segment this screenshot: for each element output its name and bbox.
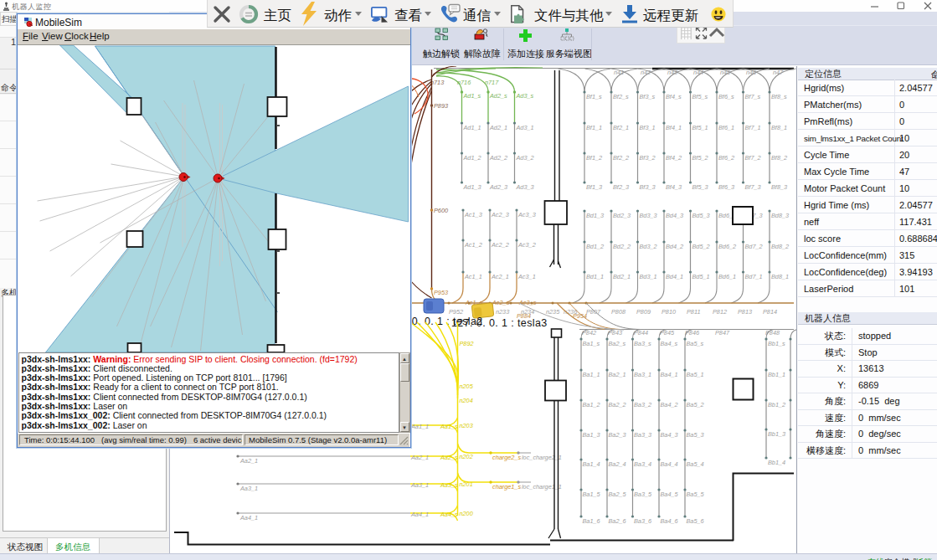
svg-text:Ba4_3: Ba4_3 (661, 431, 678, 439)
svg-text:Bf8_3: Bf8_3 (771, 183, 787, 191)
svg-text:n46: n46 (746, 69, 757, 76)
svg-text:Bf4_3: Bf4_3 (666, 183, 682, 191)
svg-text:Ad3_3: Ad3_3 (516, 183, 534, 191)
svg-text:Bf8_s: Bf8_s (771, 93, 787, 100)
svg-text:Bf7_1: Bf7_1 (745, 124, 761, 131)
svg-text:n205: n205 (460, 383, 474, 390)
svg-text:Ba4_6: Ba4_6 (661, 517, 679, 525)
svg-text:Ba2_4: Ba2_4 (609, 460, 626, 468)
svg-text:Bf6_s: Bf6_s (718, 93, 734, 100)
svg-text:Ba5_2: Ba5_2 (687, 401, 704, 408)
svg-text:Ba3_5: Ba3_5 (634, 491, 652, 498)
svg-text:n202: n202 (460, 453, 473, 460)
svg-text:n233: n233 (496, 308, 509, 316)
svg-text:Ba4_2: Ba4_2 (661, 401, 678, 408)
svg-text:Bf2_1: Bf2_1 (613, 124, 629, 131)
svg-text:Ba5_s: Ba5_s (687, 340, 704, 347)
svg-text:Ba5_1: Ba5_1 (687, 371, 704, 378)
svg-text:Bf1_2: Bf1_2 (586, 154, 602, 162)
svg-text:Bd1_2: Bd1_2 (586, 243, 604, 250)
svg-text:Ba4_s: Ba4_s (661, 340, 678, 347)
svg-text:P844: P844 (634, 329, 648, 337)
svg-text:Bd1_3: Bd1_3 (586, 212, 604, 219)
svg-text:Bd4_2: Bd4_2 (666, 243, 683, 250)
svg-text:Bd7_1: Bd7_1 (745, 273, 763, 280)
svg-text:Ba1_1: Ba1_1 (583, 371, 600, 378)
svg-text:n716: n716 (457, 79, 471, 86)
svg-text:Ba1_6: Ba1_6 (583, 517, 601, 525)
svg-text:Bd8_2: Bd8_2 (771, 243, 789, 250)
svg-text:Ad2_s: Ad2_s (489, 92, 507, 100)
svg-text:charge2_s: charge2_s (492, 454, 521, 461)
svg-text:Bd7_2: Bd7_2 (745, 243, 763, 250)
svg-text:Bf1_3: Bf1_3 (586, 183, 602, 191)
svg-text:Bd2_3: Bd2_3 (613, 212, 631, 219)
svg-text:Bf3_1: Bf3_1 (640, 124, 656, 131)
svg-text:Ba3_3: Ba3_3 (634, 431, 651, 439)
svg-text:Aa3_1: Aa3_1 (410, 481, 429, 489)
svg-text:Bf3_3: Bf3_3 (640, 183, 656, 191)
svg-text:charge1_s: charge1_s (492, 483, 521, 491)
svg-text:n47: n47 (773, 69, 784, 76)
svg-text:Ba3_1: Ba3_1 (634, 371, 651, 378)
svg-text:Bf7_3: Bf7_3 (745, 183, 761, 191)
svg-text:Bf4_s: Bf4_s (666, 93, 682, 100)
svg-text:Ac2_1: Ac2_1 (491, 273, 509, 280)
svg-text:Bf6_2: Bf6_2 (718, 154, 734, 162)
svg-text:Ac2_2: Ac2_2 (491, 241, 509, 249)
svg-text:Ac1_2: Ac1_2 (464, 241, 482, 249)
svg-text:Bf3_s: Bf3_s (640, 93, 656, 100)
svg-text:Bf2_2: Bf2_2 (613, 154, 629, 162)
svg-text:Ba3_4: Ba3_4 (634, 460, 651, 468)
svg-text:Bd6_1: Bd6_1 (718, 273, 736, 280)
svg-text:Aa3_1: Aa3_1 (239, 485, 258, 492)
svg-text:Ad3_s: Ad3_s (516, 92, 534, 100)
svg-text:Ba4_5: Ba4_5 (661, 491, 679, 498)
svg-text:Bd5_1: Bd5_1 (692, 273, 710, 280)
svg-text:n45: n45 (720, 69, 731, 76)
svg-text:Ba1_5: Ba1_5 (583, 491, 601, 498)
svg-text:Ad1_1: Ad1_1 (463, 124, 481, 131)
svg-text:Ad1_2: Ad1_2 (463, 154, 481, 162)
svg-text:Ba5_4: Ba5_4 (687, 460, 704, 468)
svg-text:P893: P893 (434, 102, 448, 110)
svg-text:Bf2_s: Bf2_s (613, 93, 629, 100)
svg-text:Bf2_3: Bf2_3 (613, 183, 629, 191)
svg-text:Ba2_2: Ba2_2 (609, 401, 626, 408)
svg-text:Bb1_3: Bb1_3 (768, 430, 785, 438)
svg-text:Ba2_6: Ba2_6 (609, 517, 627, 525)
svg-text:Ba2_1: Ba2_1 (609, 371, 626, 378)
svg-text:n43: n43 (667, 69, 677, 76)
svg-text:Ba4_4: Ba4_4 (661, 460, 678, 468)
svg-text:Bb1_4: Bb1_4 (768, 459, 785, 466)
svg-text:Bf7_2: Bf7_2 (745, 154, 761, 162)
svg-text:Bf4_2: Bf4_2 (666, 154, 682, 162)
svg-text:Ba3_s: Ba3_s (634, 340, 651, 347)
svg-text:P892: P892 (460, 340, 474, 347)
svg-text:Bd1_1: Bd1_1 (586, 273, 604, 280)
svg-text:Ac3_2: Ac3_2 (517, 241, 536, 249)
svg-text:Bb1_2: Bb1_2 (768, 401, 785, 408)
svg-text:Bf6_3: Bf6_3 (718, 183, 734, 191)
svg-text:Ad1_s: Ad1_s (463, 92, 481, 100)
svg-text:Bb1_s: Bb1_s (768, 340, 785, 347)
svg-text:P811: P811 (687, 308, 701, 316)
svg-text:P953: P953 (434, 289, 448, 296)
svg-text:Bd2_2: Bd2_2 (613, 243, 631, 250)
svg-text:Bf5_1: Bf5_1 (692, 124, 708, 131)
svg-text:Bd3_1: Bd3_1 (640, 273, 657, 280)
svg-text:n235: n235 (546, 308, 560, 316)
svg-text:P812: P812 (713, 308, 727, 316)
svg-text:Ac2_3: Ac2_3 (491, 211, 509, 218)
svg-text:Bf5_s: Bf5_s (692, 93, 708, 100)
svg-text:Ba2_5: Ba2_5 (609, 491, 627, 498)
svg-text:Ad2_2: Ad2_2 (489, 154, 507, 162)
svg-text:Ad3_1: Ad3_1 (516, 124, 534, 131)
svg-text:Aa1_s: Aa1_s (440, 423, 458, 430)
svg-text:Aa4_s: Aa4_s (440, 511, 458, 518)
svg-text:Aa4_1: Aa4_1 (239, 514, 258, 521)
svg-text:Ad2_1: Ad2_1 (489, 124, 507, 131)
svg-text:Bd3_2: Bd3_2 (640, 243, 657, 250)
svg-text:Bb1_1: Bb1_1 (768, 371, 785, 378)
svg-text:P808: P808 (611, 308, 626, 316)
